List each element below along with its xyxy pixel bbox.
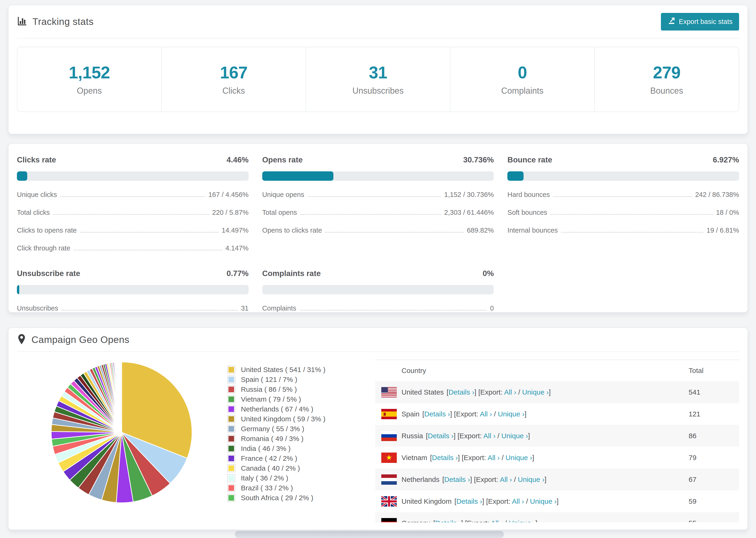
flag-icon-ru (381, 431, 397, 441)
progress-bar-fill (17, 285, 19, 295)
dotted-leader (307, 196, 441, 197)
legend-swatch (227, 484, 235, 492)
dotted-leader (53, 214, 209, 215)
details-link[interactable]: Details › (444, 476, 470, 483)
rate-block: Opens rate30.736%Unique opens1,152 / 30.… (262, 155, 494, 252)
metric-value: 14.497% (222, 227, 249, 234)
legend-swatch (227, 494, 235, 502)
stat-value: 31 (369, 63, 387, 82)
rate-title: Complaints rate (262, 269, 321, 278)
details-link[interactable]: Details › (424, 410, 450, 418)
legend-label: Germany ( 55 / 3% ) (241, 425, 304, 433)
rates-panel: Clicks rate4.46%Unique clicks167 / 4.456… (8, 143, 748, 313)
legend-item: United Kingdom ( 59 / 3% ) (227, 414, 363, 424)
details-link[interactable]: Details › (449, 388, 474, 396)
metric-row: Hard bounces242 / 86.738% (507, 188, 739, 198)
legend-label: Brazil ( 33 / 2% ) (241, 484, 293, 492)
dotted-leader (74, 250, 222, 250)
export-unique-link[interactable]: Unique › (518, 476, 544, 483)
metric-row: Opens to clicks rate689.82% (262, 224, 494, 234)
rate-value: 6.927% (713, 155, 739, 164)
metric-label: Clicks to opens rate (17, 227, 77, 234)
legend-swatch (227, 435, 235, 443)
metric-value: 1,152 / 30.736% (444, 191, 494, 198)
pie-slice-other (121, 362, 122, 432)
legend-label: Italy ( 36 / 2% ) (241, 474, 288, 482)
horizontal-scrollbar[interactable] (235, 531, 504, 538)
details-link[interactable]: Details › (457, 497, 482, 505)
stat-label: Unsubscribes (352, 86, 404, 96)
export-all-link[interactable]: All › (483, 432, 496, 440)
stat-label: Opens (77, 86, 102, 96)
rate-title: Opens rate (262, 155, 303, 164)
legend-swatch (227, 425, 235, 433)
country-cell: Netherlands[Details ›] [Export: All › / … (375, 474, 689, 485)
bar-chart-icon (17, 16, 27, 27)
metric-label: Internal bounces (507, 227, 558, 234)
legend-item: Brazil ( 33 / 2% ) (227, 483, 363, 493)
metric-label: Hard bounces (507, 191, 550, 198)
legend-swatch (227, 366, 235, 374)
export-all-link[interactable]: All › (512, 497, 524, 505)
column-header-country: Country (375, 367, 689, 375)
stat-cell: 31Unsubscribes (306, 47, 450, 112)
legend-label: Vietnam ( 79 / 5% ) (241, 395, 301, 403)
export-unique-link[interactable]: Unique › (509, 519, 535, 522)
export-basic-stats-button[interactable]: Export basic stats (661, 13, 739, 30)
rates-grid: Clicks rate4.46%Unique clicks167 / 4.456… (17, 155, 739, 312)
export-unique-link[interactable]: Unique › (498, 410, 524, 418)
metric-value: 18 / 0% (716, 209, 739, 216)
legend-item: Russia ( 86 / 5% ) (227, 385, 363, 394)
stat-cell: 279Bounces (594, 47, 739, 112)
stat-value: 0 (518, 63, 527, 82)
legend-label: Canada ( 40 / 2% ) (241, 464, 300, 472)
legend-label: United Kingdom ( 59 / 3% ) (241, 415, 325, 423)
export-unique-link[interactable]: Unique › (522, 388, 549, 396)
export-unique-link[interactable]: Unique › (506, 454, 532, 461)
tracking-stats-header: Tracking stats Export basic stats (17, 5, 739, 38)
country-name: Russia (402, 432, 423, 440)
legend-item: India ( 46 / 3% ) (227, 444, 363, 454)
country-total: 86 (689, 432, 739, 440)
metric-label: Unique clicks (17, 191, 57, 198)
legend-label: United States ( 541 / 31% ) (241, 366, 325, 374)
country-total: 67 (689, 476, 739, 484)
details-link[interactable]: Details › (432, 454, 458, 461)
legend-item: Spain ( 121 / 7% ) (227, 375, 363, 385)
country-total: 59 (689, 497, 739, 506)
rate-value: 30.736% (463, 155, 494, 164)
metric-label: Opens to clicks rate (262, 227, 322, 234)
country-cell: Vietnam[Details ›] [Export: All › / Uniq… (375, 453, 689, 463)
metric-row: Unique clicks167 / 4.456% (17, 188, 249, 198)
progress-bar (17, 285, 249, 295)
progress-bar (262, 285, 494, 295)
flag-icon-us (381, 387, 397, 398)
legend-item: Italy ( 36 / 2% ) (227, 473, 363, 483)
metric-row: Unique opens1,152 / 30.736% (262, 188, 494, 198)
details-link[interactable]: Details › (428, 432, 454, 440)
country-name: United Kingdom (402, 497, 452, 506)
country-name: United States (402, 388, 444, 396)
rate-block: Complaints rate0%Complaints0 (262, 269, 494, 312)
export-unique-link[interactable]: Unique › (502, 432, 528, 440)
details-link[interactable]: Details › (435, 519, 461, 522)
metric-label: Complaints (262, 304, 296, 312)
table-header-row: CountryTotal (375, 360, 739, 381)
export-all-link[interactable]: All › (500, 476, 512, 483)
export-all-link[interactable]: All › (504, 388, 516, 396)
rate-head: Unsubscribe rate0.77% (17, 269, 249, 278)
country-links: [Details ›] [Export: All › / Unique ›] (430, 454, 534, 462)
country-cell: United Kingdom[Details ›] [Export: All ›… (375, 496, 689, 507)
summary-stats-row: 1,152Opens167Clicks31Unsubscribes0Compla… (17, 47, 739, 112)
export-all-link[interactable]: All › (491, 519, 503, 522)
metric-row: Soft bounces18 / 0% (507, 206, 739, 216)
legend-item: Vietnam ( 79 / 5% ) (227, 394, 363, 404)
rate-value: 4.46% (227, 155, 249, 164)
export-all-link[interactable]: All › (480, 410, 492, 418)
country-name: Netherlands (402, 476, 440, 484)
legend-swatch (227, 474, 235, 482)
rate-value: 0% (483, 269, 494, 278)
country-name: Vietnam (402, 454, 427, 462)
export-all-link[interactable]: All › (488, 454, 500, 461)
export-unique-link[interactable]: Unique › (530, 497, 557, 505)
